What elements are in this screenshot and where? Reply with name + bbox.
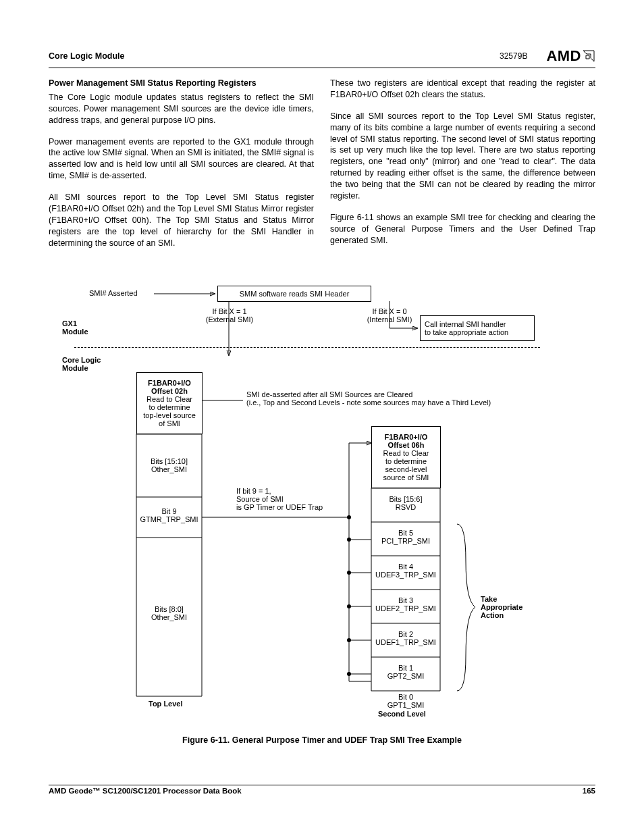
lbl-sec-bit2: Bit 2UDEF1_TRP_SMI: [371, 630, 440, 646]
paragraph: All SMI sources report to the Top Level …: [49, 192, 314, 249]
label-gx1: GX1Module: [62, 319, 88, 336]
paragraph: These two registers are identical except…: [330, 78, 595, 101]
label-bitx0: If Bit X = 0(Internal SMI): [352, 307, 427, 323]
box-call-handler: Call internal SMI handlerto take appropr…: [420, 315, 535, 341]
lbl-action: Take Appropriate Action: [481, 595, 522, 619]
subheading: Power Management SMI Status Reporting Re…: [49, 78, 314, 89]
page-number: 165: [583, 787, 595, 795]
svg-point-35: [347, 672, 351, 676]
figure-caption: Figure 6-11. General Purpose Timer and U…: [49, 735, 595, 745]
section-title: Core Logic Module: [49, 51, 125, 61]
paragraph: Figure 6-11 shows an example SMI tree fo…: [330, 212, 595, 246]
lbl-sec-bit1: Bit 1GPT2_SMI: [371, 664, 440, 680]
doc-number: 32579B: [500, 51, 527, 61]
paragraph: Since all SMI sources report to the Top …: [330, 111, 595, 202]
figure-diagram: SMI# Asserted SMM software reads SMI Hea…: [49, 278, 595, 723]
lbl-sec-bit0: Bit 0GPT1_SMI: [371, 693, 440, 709]
paragraph: Power management events are reported to …: [49, 136, 314, 182]
svg-point-31: [347, 604, 351, 608]
svg-point-27: [347, 538, 351, 542]
lbl-sec-bit4: Bit 4UDEF3_TRP_SMI: [371, 563, 440, 579]
label-ifbit9: If bit 9 = 1, Source of SMI is GP Timer …: [236, 487, 323, 511]
box-f1bar-02h: F1BAR0+I/O Offset 02h Read to Clear to d…: [136, 372, 203, 434]
lbl-sec-bit5: Bit 5PCI_TRP_SMI: [371, 529, 440, 545]
lbl-lvl-top: Top Level: [149, 700, 183, 708]
body-columns: Power Management SMI Status Reporting Re…: [49, 78, 595, 259]
svg-point-29: [347, 571, 351, 575]
amd-logo: AMD: [546, 47, 595, 65]
label-deasserted: SMI de-asserted after all SMI Sources ar…: [246, 390, 491, 407]
lbl-top-b3: Bits [8:0]Other_SMI: [136, 605, 202, 621]
lbl-sec-bit3: Bit 3UDEF2_TRP_SMI: [371, 596, 440, 613]
lbl-top-b1: Bits [15:10]Other_SMI: [136, 457, 202, 473]
footer-title: AMD Geode™ SC1200/SC1201 Processor Data …: [49, 787, 242, 795]
svg-point-33: [347, 638, 351, 642]
lbl-sec-rsvd: Bits [15:6]RSVD: [371, 495, 440, 511]
lbl-lvl-sec: Second Level: [378, 710, 426, 718]
label-smi: SMI# Asserted: [89, 289, 138, 297]
label-bitx1: If Bit X = 1(External SMI): [190, 307, 269, 323]
label-core: Core LogicModule: [62, 356, 101, 372]
box-smm-reads: SMM software reads SMI Header: [217, 286, 371, 302]
box-f1bar-06h: F1BAR0+I/O Offset 06h Read to Clear to d…: [371, 426, 441, 488]
paragraph: The Core Logic module updates status reg…: [49, 92, 314, 126]
lbl-top-b2: Bit 9GTMR_TRP_SMI: [136, 507, 202, 523]
